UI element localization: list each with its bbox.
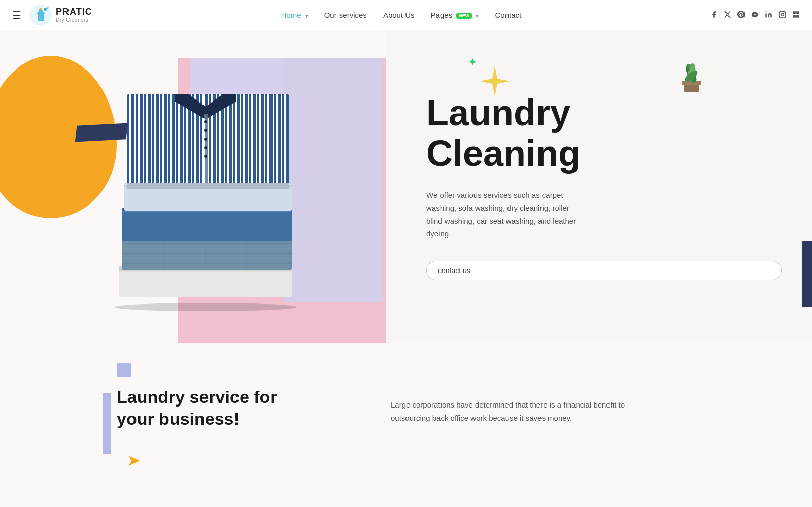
hero-dark-accent — [75, 123, 128, 142]
hero-description: We offer various services such as carpet… — [426, 189, 579, 241]
shirts-illustration — [99, 63, 312, 312]
svg-point-32 — [204, 120, 207, 123]
logo-text: PRATIC Dry Cleaners — [56, 7, 92, 23]
svg-rect-26 — [122, 211, 292, 212]
logo-subtitle: Dry Cleaners — [56, 17, 92, 23]
svg-rect-14 — [119, 271, 292, 272]
svg-point-3 — [765, 11, 767, 13]
nav-item-pages[interactable]: Pages NEW ▾ — [431, 11, 479, 20]
logo-area[interactable]: PRATIC Dry Cleaners — [29, 4, 92, 26]
svg-point-11 — [114, 303, 297, 311]
sparkle-decoration: ✦ — [477, 63, 513, 101]
svg-point-36 — [204, 155, 207, 158]
youtube-icon[interactable] — [751, 11, 759, 20]
bottom-right: Large corporations have determined that … — [391, 363, 645, 424]
sparkle-big-icon — [477, 63, 513, 99]
bottom-description: Large corporations have determined that … — [391, 398, 645, 424]
nav-item-services[interactable]: Our services — [324, 11, 367, 20]
nav-link-about[interactable]: About Us — [383, 11, 415, 19]
nav-item-about[interactable]: About Us — [383, 11, 415, 20]
svg-point-2 — [47, 7, 49, 9]
bottom-accent-tall — [103, 393, 111, 454]
navbar-left: ☰ PRATIC Dry Cleaners — [12, 4, 92, 26]
plant-decoration — [672, 58, 710, 96]
nav-arrow-pages: ▾ — [476, 13, 479, 19]
bottom-heading: Laundry service for your business! — [117, 386, 289, 429]
bottom-arrow-icon: ➤ — [127, 451, 141, 470]
navbar: ☰ PRATIC Dry Cleaners Home ▾ — [0, 0, 812, 30]
nav-link-services[interactable]: Our services — [324, 11, 367, 19]
nav-arrow-home: ▾ — [305, 13, 308, 19]
svg-rect-24 — [122, 208, 292, 241]
pages-badge: NEW — [456, 13, 472, 19]
hero-right: ✦ Laundry Cleaning — [386, 30, 812, 343]
svg-rect-37 — [127, 183, 289, 189]
svg-point-34 — [204, 138, 207, 141]
nav-link-home[interactable]: Home ▾ — [281, 11, 308, 19]
nav-links: Home ▾ Our services About Us Pages NEW ▾… — [281, 11, 522, 20]
social-icons — [710, 11, 800, 20]
svg-rect-8 — [796, 11, 799, 14]
nav-item-home[interactable]: Home ▾ — [281, 11, 308, 20]
pinterest-icon[interactable] — [737, 11, 745, 20]
twitter-x-icon[interactable] — [724, 11, 731, 20]
extra-social-icon[interactable] — [792, 11, 800, 20]
hero-heading: Laundry Cleaning — [426, 93, 782, 173]
svg-point-33 — [204, 129, 207, 132]
hamburger-icon[interactable]: ☰ — [12, 9, 21, 21]
svg-rect-7 — [793, 11, 796, 14]
svg-point-35 — [204, 146, 207, 149]
instagram-icon[interactable] — [779, 11, 786, 20]
sparkle-small-icon: ✦ — [468, 56, 477, 69]
bottom-section: Laundry service for your business! ➤ Lar… — [0, 343, 812, 475]
svg-rect-4 — [779, 11, 786, 18]
hero-left — [0, 30, 386, 343]
nav-link-pages[interactable]: Pages NEW ▾ — [431, 11, 479, 19]
svg-rect-10 — [796, 15, 799, 18]
nav-item-contact[interactable]: Contact — [495, 11, 521, 20]
svg-rect-31 — [204, 114, 208, 188]
bottom-left: Laundry service for your business! ➤ — [117, 363, 289, 445]
logo-icon — [29, 4, 52, 26]
svg-point-5 — [781, 13, 784, 16]
right-accent-bar — [802, 241, 812, 307]
svg-point-6 — [784, 12, 784, 13]
linkedin-icon[interactable] — [765, 11, 772, 20]
logo-title: PRATIC — [56, 7, 92, 17]
svg-point-1 — [44, 8, 47, 11]
hero-section: ✦ Laundry Cleaning — [0, 30, 812, 343]
contact-us-button[interactable]: contact us — [426, 261, 782, 280]
bottom-accent-small — [117, 363, 131, 377]
svg-rect-9 — [793, 15, 796, 18]
nav-link-contact[interactable]: Contact — [495, 11, 521, 19]
facebook-icon[interactable] — [710, 11, 718, 20]
